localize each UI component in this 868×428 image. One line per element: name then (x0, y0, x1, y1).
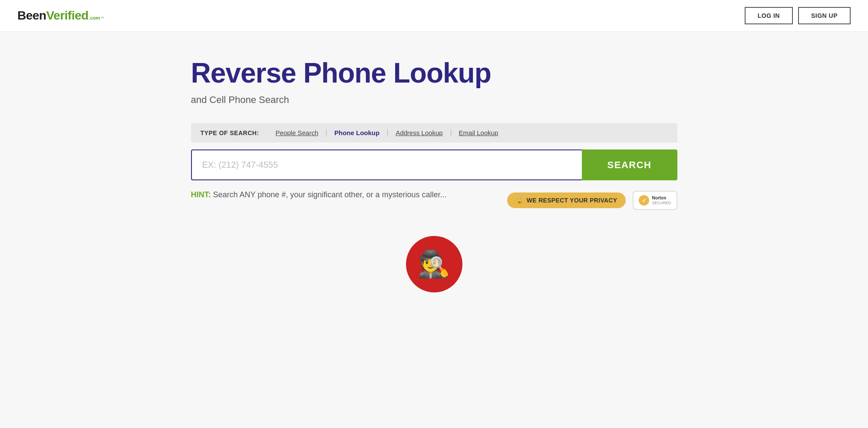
logo-tm: ™ (100, 16, 104, 20)
privacy-badge: 🔒 WE RESPECT YOUR PRIVACY (507, 192, 626, 208)
lock-icon: 🔒 (516, 197, 523, 204)
logo-verified: Verified (46, 9, 88, 23)
search-type-label: TYPE OF SEARCH: (201, 129, 259, 136)
detective-area: 🕵️ (191, 236, 677, 292)
hint-body: Search ANY phone #, your significant oth… (211, 190, 447, 199)
main-content: Reverse Phone Lookup and Cell Phone Sear… (174, 32, 695, 310)
search-row: SEARCH (191, 149, 677, 180)
signup-button[interactable]: SIGN UP (798, 7, 851, 24)
hint-keyword: HINT: (191, 190, 211, 199)
badges-container: 🔒 WE RESPECT YOUR PRIVACY ✓ Norton SECUR… (507, 191, 677, 210)
detective-icon: 🕵️ (418, 251, 450, 277)
search-type-bar: TYPE OF SEARCH: People Search Phone Look… (191, 123, 677, 143)
norton-badge: ✓ Norton SECURED (633, 191, 677, 210)
logo-dot-com: .com (89, 15, 100, 20)
norton-secured-label: SECURED (652, 201, 671, 206)
header-buttons: LOG IN SIGN UP (745, 7, 851, 24)
privacy-badge-label: WE RESPECT YOUR PRIVACY (527, 197, 617, 204)
search-type-people[interactable]: People Search (268, 129, 327, 136)
logo: BeenVerified.com™ (17, 9, 104, 23)
search-type-address[interactable]: Address Lookup (388, 129, 451, 136)
norton-text: Norton SECURED (652, 196, 671, 206)
search-type-phone[interactable]: Phone Lookup (327, 129, 388, 136)
search-button[interactable]: SEARCH (582, 149, 677, 180)
logo-been: Been (17, 9, 46, 23)
header: BeenVerified.com™ LOG IN SIGN UP (0, 0, 868, 32)
norton-check-icon: ✓ (639, 195, 649, 206)
page-subtitle: and Cell Phone Search (191, 94, 677, 106)
page-title: Reverse Phone Lookup (191, 58, 677, 88)
search-type-email[interactable]: Email Lookup (451, 129, 506, 136)
phone-search-input[interactable] (191, 149, 582, 180)
detective-circle: 🕵️ (406, 236, 462, 292)
login-button[interactable]: LOG IN (745, 7, 793, 24)
hint-badges-row: HINT: Search ANY phone #, your significa… (191, 189, 677, 210)
hint-text: HINT: Search ANY phone #, your significa… (191, 189, 447, 201)
norton-label: Norton (652, 196, 671, 201)
